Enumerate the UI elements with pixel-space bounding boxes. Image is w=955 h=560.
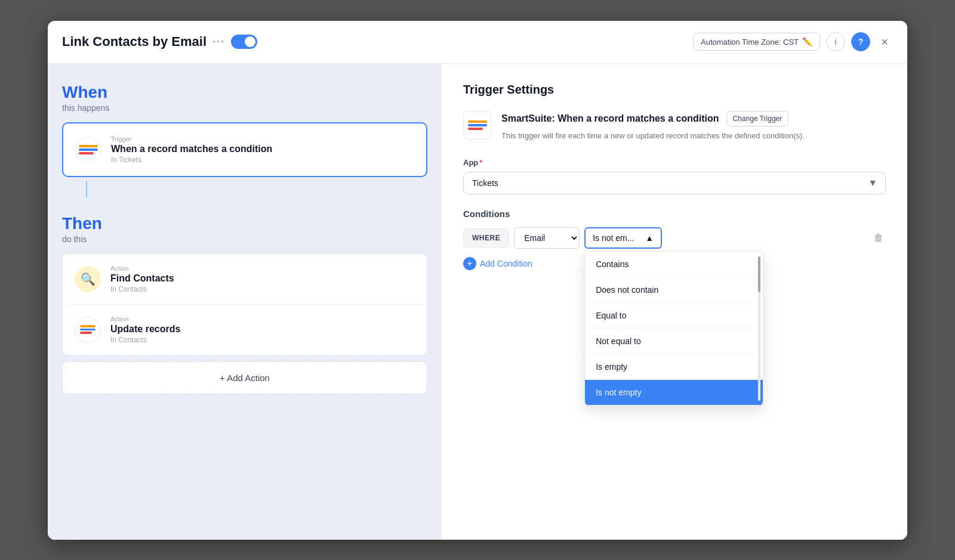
title-text: Link Contacts by Email — [62, 34, 207, 49]
info-button[interactable]: i — [826, 32, 845, 51]
dropdown-item-not-equal-to[interactable]: Not equal to — [585, 329, 763, 354]
trigger-settings-title: Trigger Settings — [463, 83, 886, 97]
condition-row: WHERE Email Is not em... ▲ Contains Does… — [463, 227, 886, 249]
then-label: Then — [62, 214, 427, 233]
help-button[interactable]: ? — [851, 32, 870, 51]
required-star: * — [479, 158, 482, 167]
find-action-sub: In Contacts — [110, 285, 174, 293]
find-icon: 🔍 — [75, 266, 101, 292]
edit-timezone-icon[interactable]: ✏️ — [802, 37, 812, 47]
delete-condition-button[interactable]: 🗑 — [871, 230, 886, 246]
change-trigger-button[interactable]: Change Trigger — [726, 111, 789, 126]
dropdown-item-does-not-contain[interactable]: Does not contain — [585, 277, 763, 303]
window-title: Link Contacts by Email ··· — [62, 34, 257, 49]
dropdown-item-equal-to[interactable]: Equal to — [585, 303, 763, 329]
trigger-card[interactable]: Trigger When a record matches a conditio… — [62, 122, 427, 177]
action-card-find[interactable]: 🔍 Action Find Contacts In Contacts — [63, 254, 427, 305]
operator-chevron-icon: ▲ — [645, 233, 654, 243]
title-dots: ··· — [212, 36, 225, 48]
trigger-info-row: SmartSuite: When a record matches a cond… — [463, 111, 886, 142]
update-action-sub: In Contacts — [110, 336, 180, 344]
add-condition-plus-icon: + — [463, 257, 476, 270]
add-action-button[interactable]: + Add Action — [62, 361, 427, 394]
then-section: Then do this 🔍 Action Find Contacts In C… — [62, 214, 427, 394]
trigger-sub: In Tickets — [111, 156, 272, 164]
automation-toggle[interactable] — [231, 35, 257, 49]
left-panel: When this happens Trigger When a record … — [48, 64, 442, 540]
dropdown-scrollbar-thumb — [758, 256, 760, 292]
find-action-title: Find Contacts — [110, 273, 174, 284]
header-actions: Automation Time Zone: CST ✏️ i ? × — [693, 32, 893, 51]
trigger-info-logo — [463, 111, 492, 140]
update-icon — [75, 317, 101, 343]
app-select-wrapper: Tickets ▼ — [463, 172, 886, 194]
close-icon: × — [881, 35, 888, 49]
operator-select-active[interactable]: Is not em... ▲ — [584, 227, 662, 249]
update-action-title: Update records — [110, 324, 180, 335]
app-field-label: App * — [463, 158, 886, 167]
dropdown-item-contains[interactable]: Contains — [585, 252, 763, 277]
trigger-title: When a record matches a condition — [111, 144, 272, 154]
right-panel: Trigger Settings SmartSuite: When a reco… — [442, 64, 907, 540]
trigger-card-text: Trigger When a record matches a conditio… — [111, 135, 272, 164]
header: Link Contacts by Email ··· Automation Ti… — [48, 21, 907, 64]
find-card-text: Action Find Contacts In Contacts — [110, 265, 174, 293]
operator-label: Is not em... — [593, 233, 634, 243]
trigger-smartsuite-logo — [468, 120, 487, 130]
timezone-badge[interactable]: Automation Time Zone: CST ✏️ — [693, 33, 820, 51]
where-badge: WHERE — [463, 228, 509, 247]
when-sub: this happens — [62, 103, 427, 113]
conditions-label: Conditions — [463, 209, 886, 219]
update-logo — [80, 325, 96, 334]
action-card-update[interactable]: Action Update records In Contacts — [63, 305, 427, 355]
timezone-label: Automation Time Zone: CST — [701, 38, 799, 47]
magnifier-icon: 🔍 — [81, 272, 96, 286]
connector-line — [86, 181, 87, 197]
add-condition-label: Add Condition — [480, 259, 532, 268]
dropdown-item-is-empty[interactable]: Is empty — [585, 354, 763, 380]
add-action-label: + Add Action — [220, 373, 270, 383]
dropdown-item-is-not-empty[interactable]: Is not empty — [585, 380, 763, 406]
find-action-type: Action — [110, 265, 174, 272]
dropdown-scrollbar — [758, 256, 760, 401]
operator-dropdown-menu: Contains Does not contain Equal to Not e… — [584, 251, 763, 406]
close-button[interactable]: × — [876, 33, 893, 50]
smartsuite-logo — [79, 145, 98, 154]
trigger-type: Trigger — [111, 135, 272, 143]
smartsuite-brand: SmartSuite: When a record matches a cond… — [501, 113, 719, 124]
main-window: Link Contacts by Email ··· Automation Ti… — [48, 21, 907, 540]
trigger-description: This trigger will fire each time a new o… — [501, 130, 805, 142]
body: When this happens Trigger When a record … — [48, 64, 907, 540]
trigger-info-heading: SmartSuite: When a record matches a cond… — [501, 111, 805, 126]
smartsuite-label: SmartSuite: — [501, 113, 555, 123]
update-card-text: Action Update records In Contacts — [110, 315, 180, 344]
trigger-name: When a record matches a condition — [557, 113, 719, 123]
help-label: ? — [858, 37, 864, 47]
then-sub: do this — [62, 234, 427, 244]
operator-dropdown-container: Is not em... ▲ Contains Does not contain… — [584, 227, 662, 249]
trigger-info-text: SmartSuite: When a record matches a cond… — [501, 111, 805, 142]
app-label-text: App — [463, 158, 478, 167]
trigger-card-icon — [75, 137, 101, 163]
when-label: When — [62, 83, 427, 102]
action-cards-container: 🔍 Action Find Contacts In Contacts — [62, 253, 427, 355]
info-label: i — [834, 37, 836, 47]
app-select[interactable]: Tickets — [463, 172, 886, 194]
update-action-type: Action — [110, 315, 180, 323]
email-field-select[interactable]: Email — [514, 227, 580, 249]
